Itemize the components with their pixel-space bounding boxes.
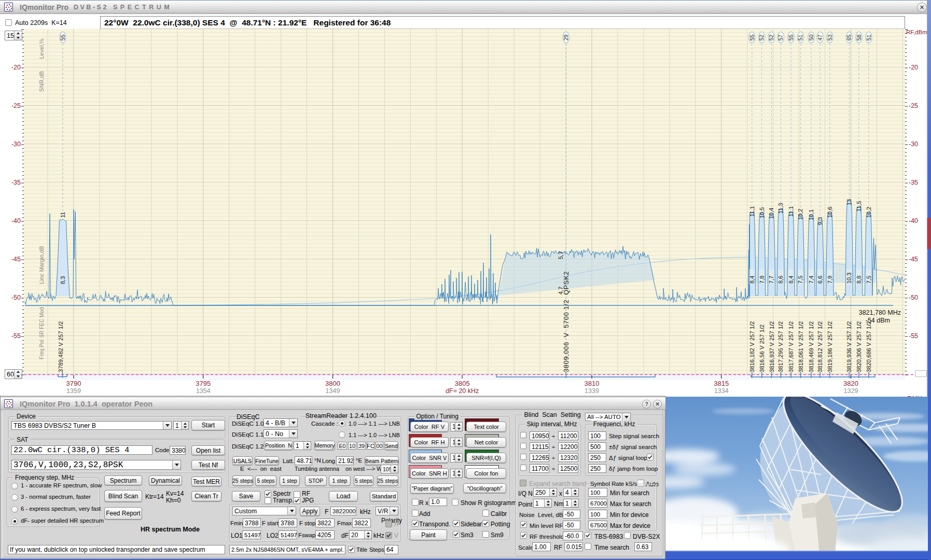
svg-text:50: 50 <box>808 35 814 41</box>
svg-text:3815: 3815 <box>714 380 729 387</box>
svg-text:-20: -20 <box>909 64 918 71</box>
svg-text:3820,686 V 257 1/2: 3820,686 V 257 1/2 <box>866 321 872 372</box>
svg-text:3789,482 V 257 1/2: 3789,482 V 257 1/2 <box>58 321 64 372</box>
svg-text:-45: -45 <box>909 256 918 263</box>
svg-text:-20: -20 <box>11 64 21 71</box>
svg-text:8,4: 8,4 <box>749 276 755 284</box>
svg-text:3805: 3805 <box>455 380 470 387</box>
svg-text:13: 13 <box>846 199 852 205</box>
svg-text:-35: -35 <box>11 179 21 186</box>
svg-text:3817,687 V 257 1/2: 3817,687 V 257 1/2 <box>788 321 794 372</box>
svg-text:55: 55 <box>60 35 66 41</box>
svg-text:10,5: 10,5 <box>759 207 765 218</box>
svg-text:dF= 20 kHz: dF= 20 kHz <box>446 387 479 395</box>
svg-text:-35: -35 <box>909 179 918 186</box>
svg-text:8,6: 8,6 <box>777 276 784 284</box>
svg-text:6,6: 6,6 <box>817 276 823 284</box>
svg-text:3816,182 V 257 1/2: 3816,182 V 257 1/2 <box>749 321 755 372</box>
svg-text:58: 58 <box>856 35 862 41</box>
svg-text:Linc Margin,dB: Linc Margin,dB <box>38 246 45 284</box>
svg-text:7,8: 7,8 <box>759 276 765 284</box>
svg-text:8,4: 8,4 <box>788 276 794 284</box>
svg-text:-54 dBm: -54 dBm <box>866 317 890 324</box>
svg-text:7,9: 7,9 <box>827 276 833 284</box>
svg-text:1359: 1359 <box>66 387 81 395</box>
svg-text:10,4: 10,4 <box>768 208 774 219</box>
svg-text:3790: 3790 <box>66 380 81 387</box>
svg-text:-55: -55 <box>909 332 918 340</box>
svg-text:3818,812 V 257 1/2: 3818,812 V 257 1/2 <box>817 321 823 372</box>
svg-text:51: 51 <box>797 35 803 41</box>
svg-text:11,3: 11,3 <box>777 203 784 214</box>
svg-text:3817,295 V 257 1/2: 3817,295 V 257 1/2 <box>777 321 784 372</box>
svg-text:55: 55 <box>788 35 794 41</box>
svg-text:10,1: 10,1 <box>808 209 814 220</box>
svg-text:3819,936 V 257 1/2: 3819,936 V 257 1/2 <box>846 321 852 372</box>
svg-text:47: 47 <box>817 35 823 41</box>
svg-text:11,1: 11,1 <box>788 206 794 217</box>
svg-text:-55: -55 <box>11 332 21 340</box>
svg-text:3810: 3810 <box>585 380 600 387</box>
svg-text:3816,56 V 257 1/2: 3816,56 V 257 1/2 <box>759 325 765 372</box>
svg-text:1339: 1339 <box>585 387 599 395</box>
svg-text:10,6: 10,6 <box>827 207 833 218</box>
svg-text:Freq Pol: Freq Pol <box>39 340 45 359</box>
svg-text:3820: 3820 <box>843 380 858 387</box>
svg-text:5,7: 5,7 <box>558 251 564 259</box>
svg-text:-40: -40 <box>11 217 21 225</box>
svg-text:1329: 1329 <box>844 387 858 395</box>
svg-text:7,7: 7,7 <box>768 276 774 284</box>
svg-text:-25: -25 <box>909 102 918 109</box>
svg-text:11,1: 11,1 <box>749 206 755 217</box>
svg-text:51: 51 <box>866 35 872 41</box>
svg-text:3809,006 V 5700 1/2 QPSK2: 3809,006 V 5700 1/2 QPSK2 <box>562 271 570 372</box>
svg-text:29: 29 <box>563 35 569 41</box>
svg-text:10,3: 10,3 <box>846 273 852 284</box>
svg-text:1354: 1354 <box>196 387 211 395</box>
svg-text:7,5: 7,5 <box>797 276 803 284</box>
svg-text:3818,469 V 257 1/2: 3818,469 V 257 1/2 <box>808 321 814 372</box>
svg-text:SNR,dB: SNR,dB <box>38 71 45 92</box>
svg-text:RF,dBm: RF,dBm <box>906 29 927 35</box>
svg-text:-45: -45 <box>11 256 21 263</box>
svg-text:3818,061 V 257 1/2: 3818,061 V 257 1/2 <box>798 321 804 372</box>
svg-text:10,2: 10,2 <box>797 209 803 220</box>
svg-text:-30: -30 <box>909 141 918 148</box>
svg-text:57: 57 <box>777 35 784 41</box>
svg-text:SR FEC Mod: SR FEC Mod <box>39 307 45 338</box>
svg-text:3821,780 MHz: 3821,780 MHz <box>859 309 901 316</box>
svg-text:3816,937 V 257 1/2: 3816,937 V 257 1/2 <box>769 321 775 372</box>
svg-text:8,3: 8,3 <box>60 276 66 284</box>
svg-text:55: 55 <box>749 35 755 41</box>
svg-text:3820,306 V 257 1/2: 3820,306 V 257 1/2 <box>856 321 862 372</box>
svg-text:1349: 1349 <box>326 387 340 395</box>
svg-text:7,4: 7,4 <box>808 276 814 284</box>
svg-text:8,8: 8,8 <box>856 276 862 284</box>
svg-text:52: 52 <box>758 35 765 41</box>
svg-text:52: 52 <box>768 35 774 41</box>
svg-text:10,2: 10,2 <box>866 207 872 218</box>
svg-text:3819,186 V 257 1/2: 3819,186 V 257 1/2 <box>827 321 833 372</box>
svg-text:7,5: 7,5 <box>866 276 872 284</box>
svg-text:3795: 3795 <box>196 380 211 387</box>
svg-text:4,7: 4,7 <box>558 287 564 295</box>
svg-text:-50: -50 <box>11 294 21 301</box>
svg-text:9,3: 9,3 <box>817 217 823 225</box>
svg-text:-25: -25 <box>11 102 21 109</box>
svg-text:53: 53 <box>827 35 833 41</box>
svg-text:65: 65 <box>846 35 852 41</box>
svg-text:3800: 3800 <box>325 380 340 387</box>
svg-text:-50: -50 <box>909 294 918 301</box>
svg-text:Level,%: Level,% <box>38 38 45 59</box>
svg-text:11,5: 11,5 <box>856 201 862 212</box>
svg-text:11: 11 <box>60 212 66 218</box>
svg-text:-30: -30 <box>11 141 21 148</box>
svg-text:1334: 1334 <box>714 387 729 395</box>
svg-text:-40: -40 <box>909 217 918 225</box>
